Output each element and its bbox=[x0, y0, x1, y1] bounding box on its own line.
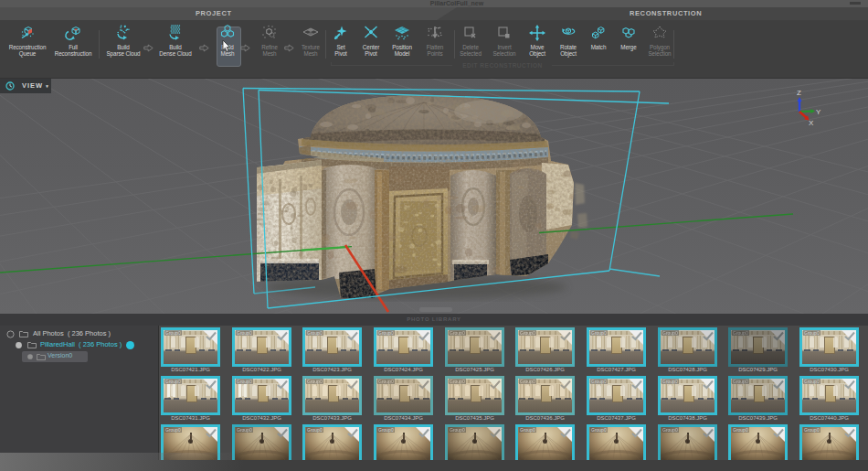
svg-text:X: X bbox=[809, 119, 814, 127]
svg-text:Y: Y bbox=[816, 108, 821, 116]
svg-text:Z: Z bbox=[797, 89, 801, 97]
